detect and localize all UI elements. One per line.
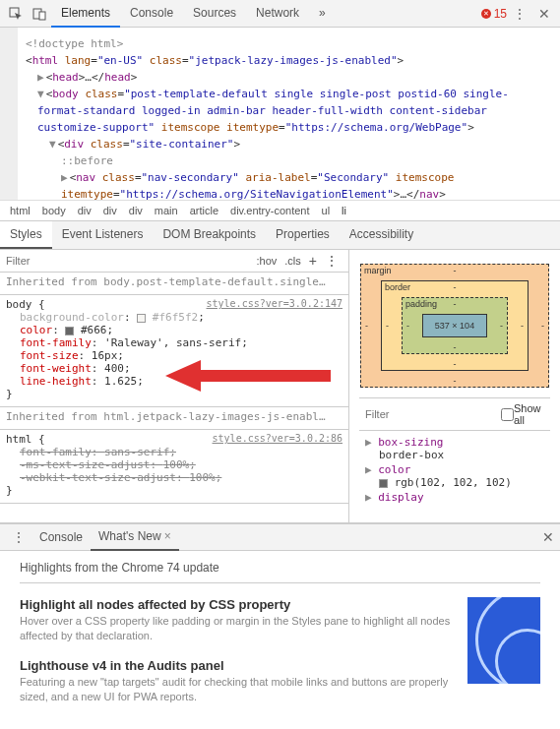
wn-item-title[interactable]: Highlight all nodes affected by CSS prop…: [20, 597, 454, 612]
box-model[interactable]: margin - - - - border - - - - padding - …: [360, 264, 549, 388]
css-prop[interactable]: font-family: sans-serif;: [6, 446, 342, 458]
dom-html[interactable]: <html lang="en-US" class="jetpack-lazy-i…: [26, 52, 550, 69]
computed-pane: margin - - - - border - - - - padding - …: [349, 250, 560, 522]
border-label: border: [385, 282, 410, 292]
crumb[interactable]: div: [129, 205, 143, 216]
subtab-properties[interactable]: Properties: [266, 221, 340, 249]
rule-close: }: [6, 484, 342, 497]
rule-close: }: [6, 388, 342, 400]
hov-toggle[interactable]: :hov: [253, 255, 281, 267]
inspect-icon[interactable]: [7, 5, 25, 23]
styles-subtabs: Styles Event Listeners DOM Breakpoints P…: [0, 221, 560, 250]
drawer-tab-console[interactable]: Console: [31, 524, 91, 550]
wn-item-desc: Featuring a new "tap targets" audit for …: [20, 675, 454, 705]
css-prop[interactable]: font-family: 'Raleway', sans-serif;: [6, 336, 342, 349]
device-icon[interactable]: [31, 5, 48, 23]
tab-sources[interactable]: Sources: [183, 0, 246, 28]
whatsnew-panel: Highlights from the Chrome 74 update Hig…: [0, 551, 560, 729]
crumb[interactable]: html: [10, 205, 31, 216]
tab-console[interactable]: Console: [120, 0, 183, 28]
color-swatch[interactable]: [65, 327, 74, 335]
dom-body[interactable]: ▼<body class="post-template-default sing…: [26, 86, 550, 136]
doctype: <!doctype html>: [26, 35, 550, 52]
svg-rect-2: [39, 12, 45, 20]
computed-prop[interactable]: ▶ display: [359, 490, 550, 505]
more-styles-icon[interactable]: ⋮: [321, 253, 342, 269]
crumb[interactable]: main: [155, 205, 178, 216]
whatsnew-headline: Highlights from the Chrome 74 update: [20, 561, 540, 583]
drawer-more-icon[interactable]: ⋮: [6, 529, 31, 545]
computed-prop[interactable]: ▶ box-sizingborder-box: [359, 435, 550, 462]
color-swatch[interactable]: [137, 314, 146, 323]
show-all-checkbox[interactable]: [501, 408, 514, 421]
show-all-label: Show all: [514, 402, 544, 426]
inherited-label: Inherited from: [6, 410, 103, 423]
crumb[interactable]: article: [190, 205, 218, 216]
inherited-label: Inherited from: [6, 275, 103, 288]
devtools-toolbar: Elements Console Sources Network » ✕15 ⋮…: [0, 0, 560, 28]
crumb[interactable]: li: [342, 205, 346, 216]
main-tabs: Elements Console Sources Network »: [51, 0, 481, 28]
computed-prop[interactable]: ▶ color rgb(102, 102, 102): [359, 462, 550, 490]
inherited-divider: Inherited from html.jetpack-lazy-images-…: [0, 407, 348, 430]
margin-label: margin: [364, 266, 392, 275]
drawer-close-icon[interactable]: ✕: [542, 529, 554, 545]
dom-nav[interactable]: ▶<nav class="nav-secondary" aria-label="…: [26, 169, 550, 200]
wn-item-desc: Hover over a CSS property like padding o…: [20, 614, 454, 644]
new-rule-button[interactable]: +: [305, 253, 321, 269]
source-link[interactable]: style.css?ver=3.0.2:147: [207, 298, 342, 309]
whatsnew-graphic: [467, 597, 540, 684]
css-prop[interactable]: -ms-text-size-adjust: 100%;: [6, 458, 342, 471]
subtab-dom-breakpoints[interactable]: DOM Breakpoints: [153, 221, 266, 249]
styles-filter-row: :hov .cls + ⋮: [0, 250, 348, 273]
css-prop[interactable]: background-color: #f6f5f2;: [6, 311, 342, 324]
error-badge[interactable]: ✕15: [481, 7, 507, 21]
subtab-event-listeners[interactable]: Event Listeners: [52, 221, 154, 249]
inherited-link[interactable]: body.post-template-default.single…: [103, 275, 325, 288]
drawer-tabs: ⋮ Console What's New× ✕: [0, 523, 560, 551]
color-swatch: [379, 479, 388, 488]
tab-elements[interactable]: Elements: [51, 0, 120, 28]
padding-label: padding: [405, 299, 437, 309]
cls-toggle[interactable]: .cls: [280, 255, 305, 267]
breadcrumb[interactable]: html body div div div main article div.e…: [0, 200, 560, 221]
css-prop[interactable]: -webkit-text-size-adjust: 100%;: [6, 471, 342, 484]
computed-filter-row: Show all: [359, 397, 550, 431]
subtab-styles[interactable]: Styles: [0, 221, 52, 249]
source-link[interactable]: style.css?ver=3.0.2:86: [213, 433, 342, 444]
tab-overflow[interactable]: »: [309, 0, 336, 28]
tab-network[interactable]: Network: [246, 0, 309, 28]
css-prop-highlighted[interactable]: font-weight: 400;: [6, 362, 342, 375]
content-box[interactable]: 537 × 104: [422, 314, 487, 337]
computed-filter-input[interactable]: [365, 408, 501, 420]
computed-list: ▶ box-sizingborder-box ▶ color rgb(102, …: [359, 431, 550, 509]
dom-before[interactable]: ::before: [26, 152, 550, 169]
styles-pane: :hov .cls + ⋮ Inherited from body.post-t…: [0, 250, 349, 522]
dom-site-container[interactable]: ▼<div class="site-container">: [26, 136, 550, 152]
dom-head[interactable]: ▶<head>…</head>: [26, 69, 550, 86]
dom-tree[interactable]: <!doctype html> <html lang="en-US" class…: [0, 28, 560, 200]
crumb[interactable]: ul: [322, 205, 331, 216]
crumb[interactable]: body: [42, 205, 66, 216]
wn-item-title[interactable]: Lighthouse v4 in the Audits panel: [20, 658, 454, 673]
css-rule-body[interactable]: style.css?ver=3.0.2:147 body { backgroun…: [0, 295, 348, 407]
inherited-link[interactable]: html.jetpack-lazy-images-js-enabl…: [103, 410, 325, 423]
styles-filter-input[interactable]: [6, 255, 253, 267]
crumb[interactable]: div: [103, 205, 117, 216]
more-icon[interactable]: ⋮: [507, 6, 532, 22]
crumb[interactable]: div.entry-content: [230, 205, 310, 216]
css-prop[interactable]: line-height: 1.625;: [6, 375, 342, 388]
subtab-accessibility[interactable]: Accessibility: [340, 221, 423, 249]
css-rule-html[interactable]: style.css?ver=3.0.2:86 html { font-famil…: [0, 430, 348, 504]
close-tab-icon[interactable]: ×: [164, 529, 171, 543]
close-icon[interactable]: ✕: [532, 6, 556, 22]
drawer-tab-whatsnew[interactable]: What's New×: [91, 523, 179, 551]
inherited-divider: Inherited from body.post-template-defaul…: [0, 273, 348, 295]
css-prop[interactable]: color: #666;: [6, 324, 342, 336]
crumb[interactable]: div: [78, 205, 92, 216]
css-prop[interactable]: font-size: 16px;: [6, 349, 342, 362]
